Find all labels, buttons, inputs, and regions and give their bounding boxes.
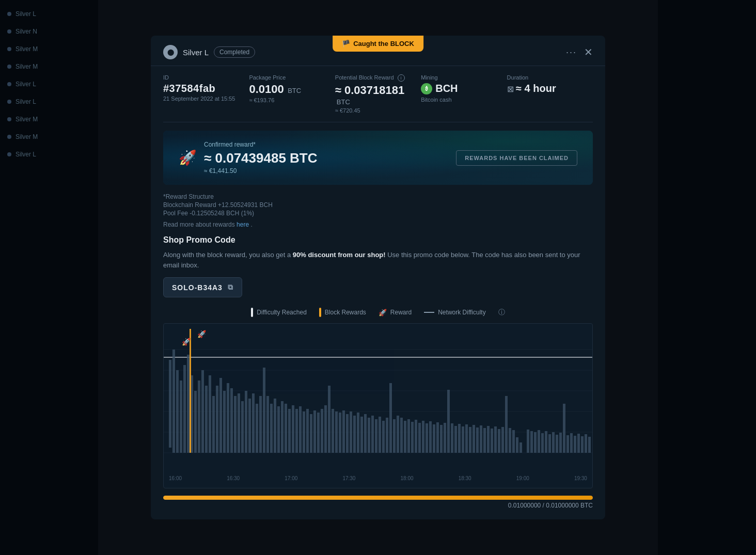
more-options-button[interactable]: ··· bbox=[566, 47, 577, 58]
svg-rect-91 bbox=[472, 425, 475, 453]
sidebar-item[interactable]: Silver M bbox=[0, 58, 98, 75]
svg-rect-99 bbox=[501, 427, 504, 453]
time-label-1730: 17:30 bbox=[342, 475, 355, 481]
svg-rect-103 bbox=[516, 437, 518, 453]
svg-rect-71 bbox=[400, 418, 403, 453]
svg-rect-46 bbox=[310, 414, 312, 453]
legend-network-difficulty: Network Difficulty bbox=[424, 309, 485, 316]
claimed-button: REWARDS HAVE BEEN CLAIMED bbox=[456, 150, 577, 166]
progress-bar bbox=[163, 496, 593, 500]
svg-rect-116 bbox=[563, 404, 565, 453]
promo-code-box[interactable]: SOLO-B34A3 ⧉ bbox=[163, 277, 242, 297]
read-more-text: Read more about rewards bbox=[163, 221, 235, 228]
svg-rect-67 bbox=[386, 418, 388, 453]
time-label-1930: 19:30 bbox=[574, 475, 587, 481]
svg-rect-43 bbox=[299, 406, 302, 453]
sidebar-dot bbox=[7, 12, 11, 16]
svg-rect-14 bbox=[194, 391, 197, 453]
blockchain-reward: Blockchain Reward +12.50524931 BCH bbox=[163, 201, 593, 209]
close-button[interactable]: ✕ bbox=[584, 47, 593, 57]
svg-rect-38 bbox=[281, 401, 284, 453]
promo-discount: 90% discount from our shop! bbox=[293, 251, 386, 259]
bch-icon: ₿ bbox=[421, 83, 432, 94]
sidebar-item[interactable]: Silver N bbox=[0, 23, 98, 40]
svg-rect-49 bbox=[321, 409, 323, 453]
svg-rect-32 bbox=[259, 396, 262, 453]
id-label: ID bbox=[163, 74, 249, 81]
svg-rect-66 bbox=[382, 421, 385, 453]
read-more-link[interactable]: here bbox=[237, 221, 249, 228]
svg-rect-82 bbox=[440, 425, 443, 453]
svg-rect-26 bbox=[238, 393, 240, 453]
svg-rect-39 bbox=[285, 404, 287, 453]
svg-rect-33 bbox=[263, 368, 265, 453]
svg-rect-118 bbox=[570, 433, 573, 453]
svg-rect-19 bbox=[212, 396, 215, 453]
svg-rect-97 bbox=[494, 426, 497, 453]
package-eur: ≈ €193.76 bbox=[249, 97, 335, 103]
svg-rect-58 bbox=[353, 416, 356, 453]
package-value-row: 0.0100 BTC bbox=[249, 83, 335, 96]
promo-title: Shop Promo Code bbox=[163, 235, 593, 245]
svg-rect-83 bbox=[444, 423, 446, 453]
meta-row: ID #37584fab 21 September 2022 at 15:55 … bbox=[163, 66, 593, 122]
read-more-row: Read more about rewards here . bbox=[163, 221, 593, 228]
difficulty-reached-label: Difficulty Reached bbox=[257, 309, 307, 316]
package-label: Package Price bbox=[249, 74, 335, 81]
svg-rect-23 bbox=[227, 383, 229, 453]
svg-rect-45 bbox=[306, 409, 309, 453]
sidebar-item[interactable]: Silver L bbox=[0, 146, 98, 163]
sidebar-label: Silver M bbox=[15, 45, 38, 53]
sidebar-item[interactable]: Silver M bbox=[0, 110, 98, 128]
chart-container: 🚀 🚀 16:00 16:30 17:00 17:30 18:00 18:30 … bbox=[163, 323, 593, 488]
sidebar-item[interactable]: Silver L bbox=[0, 75, 98, 93]
sidebar-item[interactable]: Silver M bbox=[0, 40, 98, 58]
time-label-1600: 16:00 bbox=[169, 475, 182, 481]
reward-structure: *Reward Structure Blockchain Reward +12.… bbox=[163, 193, 593, 228]
chart-legend: Difficulty Reached Block Rewards 🚀 Rewar… bbox=[163, 308, 593, 317]
rocket-icon: 🚀 bbox=[179, 149, 197, 166]
svg-rect-60 bbox=[360, 417, 363, 453]
promo-desc-pre: Along with the block reward, you also ge… bbox=[163, 251, 293, 259]
sidebar-label: Silver M bbox=[15, 116, 38, 123]
reward-rocket-icon: 🚀 bbox=[379, 309, 387, 316]
caught-block-banner: 🏴 Caught the BLOCK bbox=[333, 36, 423, 52]
sidebar-item[interactable]: Silver L bbox=[0, 5, 98, 23]
sidebar-item[interactable]: Silver M bbox=[0, 128, 98, 146]
meta-reward: Potential Block Reward i ≈ 0.03718181 BT… bbox=[335, 74, 421, 114]
svg-rect-18 bbox=[209, 375, 211, 453]
chart-svg: 🚀 🚀 bbox=[164, 329, 592, 473]
promo-section: Shop Promo Code Along with the block rew… bbox=[163, 235, 593, 308]
svg-rect-28 bbox=[245, 391, 247, 453]
sidebar-label: Silver N bbox=[15, 28, 37, 35]
svg-rect-112 bbox=[548, 434, 551, 453]
sidebar-label: Silver L bbox=[15, 81, 36, 88]
svg-rect-111 bbox=[545, 431, 547, 453]
sidebar-item[interactable]: Silver L bbox=[0, 93, 98, 110]
svg-rect-21 bbox=[219, 378, 222, 453]
reward-info-icon[interactable]: i bbox=[398, 74, 405, 82]
svg-rect-114 bbox=[556, 435, 558, 453]
svg-rect-94 bbox=[483, 428, 486, 453]
confirmed-label: Confirmed reward* bbox=[204, 141, 318, 148]
reward-unit: BTC bbox=[337, 98, 350, 106]
id-value: #37584fab bbox=[163, 83, 249, 94]
svg-rect-87 bbox=[458, 424, 461, 453]
svg-text:🚀: 🚀 bbox=[197, 330, 207, 339]
svg-rect-77 bbox=[422, 421, 424, 453]
network-difficulty-indicator bbox=[424, 312, 434, 313]
sidebar-label: Silver M bbox=[15, 63, 38, 70]
svg-rect-15 bbox=[198, 380, 200, 453]
legend-info-button[interactable]: ⓘ bbox=[498, 308, 505, 317]
svg-rect-34 bbox=[266, 396, 269, 453]
svg-rect-121 bbox=[581, 436, 584, 453]
svg-rect-85 bbox=[451, 423, 453, 453]
sidebar-label: Silver L bbox=[15, 151, 36, 158]
sidebar-label: Silver L bbox=[15, 10, 36, 18]
reward-label-row: Potential Block Reward i bbox=[335, 74, 421, 82]
caught-banner-text: Caught the BLOCK bbox=[353, 40, 414, 47]
svg-rect-74 bbox=[411, 422, 414, 453]
svg-rect-96 bbox=[491, 429, 493, 453]
modal-overlay: 🏴 Caught the BLOCK ⬤ Silver L Completed … bbox=[0, 0, 756, 555]
svg-rect-40 bbox=[288, 409, 291, 453]
